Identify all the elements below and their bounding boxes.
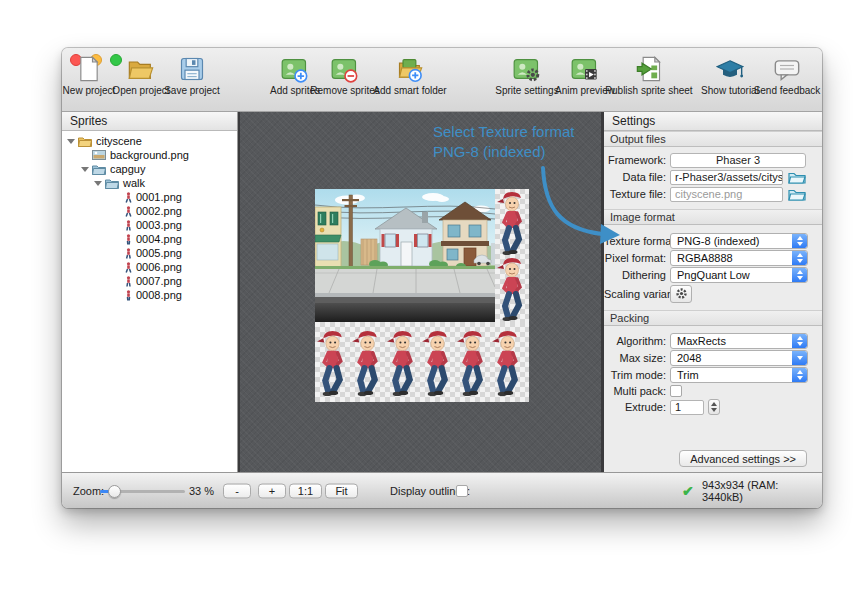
texture-file-browse-button[interactable] (787, 187, 807, 202)
background-sprite (315, 189, 495, 303)
tree-item-label: walk (123, 177, 145, 189)
preview-canvas[interactable]: Select Texture format PNG-8 (indexed) (238, 112, 604, 478)
section-image-format: Image format (604, 209, 822, 225)
tree-item-cityscene[interactable]: cityscene (62, 134, 237, 148)
capguy-sprite (420, 322, 455, 402)
save-project-icon (178, 55, 206, 83)
zoom-fit-button[interactable]: Fit (325, 483, 358, 498)
extrude-field[interactable]: 1 (670, 400, 704, 415)
zoom-slider-knob[interactable] (108, 485, 121, 498)
multi-pack-checkbox[interactable] (670, 385, 682, 397)
tree-item-frame[interactable]: 0005.png (62, 246, 237, 260)
data-file-browse-button[interactable] (787, 170, 807, 185)
pixel-format-dropdown[interactable]: RGBA8888 (670, 250, 808, 266)
sprite-sheet-preview (315, 189, 529, 402)
tree-item-capguy[interactable]: capguy (62, 162, 237, 176)
algorithm-value: MaxRects (677, 335, 726, 347)
data-file-field[interactable]: r-Phaser3/assets/cityscene.json (670, 170, 783, 185)
status-ok-icon: ✔ (682, 483, 694, 499)
tree-item-label: 0008.png (136, 289, 182, 301)
extrude-stepper[interactable] (708, 399, 720, 415)
folder-icon (78, 136, 92, 147)
add-smart-folder-button[interactable]: Add smart folder (365, 55, 455, 96)
save-project-button[interactable]: Save project (147, 55, 237, 96)
page-background: New project Open project Save (0, 0, 860, 592)
trim-mode-label: Trim mode: (604, 369, 670, 381)
status-bar: Zoom: 33 % - + 1:1 Fit Display outlines:… (62, 472, 822, 508)
status-size-text: 943x934 (RAM: 3440kB) (702, 479, 822, 503)
tree-item-label: 0006.png (136, 261, 182, 273)
tree-item-frame[interactable]: 0003.png (62, 218, 237, 232)
tree-item-label: 0001.png (136, 191, 182, 203)
algorithm-label: Algorithm: (604, 335, 670, 347)
tree-item-label: 0007.png (136, 275, 182, 287)
send-feedback-button[interactable]: Send feedback (742, 55, 832, 96)
dropdown-arrows-icon (792, 334, 807, 348)
algorithm-dropdown[interactable]: MaxRects (670, 333, 808, 349)
tree-item-frame[interactable]: 0001.png (62, 190, 237, 204)
sprite-file-icon (125, 262, 132, 273)
capguy-sprite (350, 322, 385, 402)
zoom-in-button[interactable]: + (258, 483, 286, 498)
tree-item-frame[interactable]: 0002.png (62, 204, 237, 218)
max-size-value: 2048 (677, 352, 701, 364)
tree-item-frame[interactable]: 0006.png (62, 260, 237, 274)
annotation-line1: Select Texture format (433, 122, 574, 142)
sprites-panel-header: Sprites (62, 112, 237, 131)
disclosure-triangle-icon[interactable] (94, 181, 102, 186)
sprite-column (495, 189, 529, 322)
tree-item-label: 0005.png (136, 247, 182, 259)
max-size-combobox[interactable]: 2048 (670, 350, 808, 366)
sprite-file-icon (125, 290, 132, 301)
scaling-variants-label: Scaling variants: (604, 288, 670, 300)
dithering-dropdown[interactable]: PngQuant Low (670, 267, 808, 283)
dropdown-arrows-icon (792, 234, 807, 248)
framework-field[interactable]: Phaser 3 (670, 153, 806, 168)
trim-mode-value: Trim (677, 369, 699, 381)
tree-item-frame[interactable]: 0007.png (62, 274, 237, 288)
remove-sprites-icon (331, 55, 359, 83)
annotation-text: Select Texture format PNG-8 (indexed) (433, 122, 574, 162)
annotation-line2: PNG-8 (indexed) (433, 142, 574, 162)
scaling-variants-button[interactable] (670, 285, 692, 303)
tree-item-label: 0002.png (136, 205, 182, 217)
tree-item-label: 0004.png (136, 233, 182, 245)
toolbar-item-label: Send feedback (742, 85, 832, 96)
capguy-sprite (315, 322, 350, 402)
toolbar-item-label: Publish sprite sheet (604, 85, 694, 96)
zoom-value: 33 % (189, 485, 214, 497)
dropdown-arrows-icon (792, 368, 807, 382)
toolbar-item-label: Save project (147, 85, 237, 96)
anim-preview-icon (571, 55, 599, 83)
sprite-file-icon (125, 276, 132, 287)
framework-label: Framework: (604, 154, 670, 166)
settings-panel-header: Settings (604, 112, 822, 131)
zoom-1to1-button[interactable]: 1:1 (289, 483, 322, 498)
sprite-file-icon (125, 248, 132, 259)
advanced-settings-button[interactable]: Advanced settings >> (679, 450, 807, 467)
send-feedback-icon (773, 55, 801, 83)
road-strip (315, 303, 495, 322)
tree-item-background[interactable]: background.png (62, 148, 237, 162)
tree-item-walk[interactable]: walk (62, 176, 237, 190)
folder-icon (92, 164, 106, 175)
texture-file-field[interactable]: cityscene.png (670, 187, 783, 202)
trim-mode-dropdown[interactable]: Trim (670, 367, 808, 383)
capguy-sprite (490, 322, 525, 402)
zoom-out-button[interactable]: - (223, 483, 251, 498)
sprite-settings-icon (513, 55, 541, 83)
disclosure-triangle-icon[interactable] (81, 167, 89, 172)
capguy-sprite (495, 189, 529, 255)
sprite-file-icon (125, 192, 132, 203)
disclosure-triangle-icon[interactable] (67, 139, 75, 144)
sprite-file-icon (125, 220, 132, 231)
display-outlines-checkbox[interactable] (456, 485, 468, 497)
zoom-slider[interactable] (100, 490, 185, 493)
publish-sprite-sheet-button[interactable]: Publish sprite sheet (604, 55, 694, 96)
sprites-tree: cityscene background.png (62, 131, 237, 302)
tree-item-frame[interactable]: 0008.png (62, 288, 237, 302)
folder-browse-icon (788, 188, 806, 201)
texture-format-dropdown[interactable]: PNG-8 (indexed) (670, 233, 808, 249)
show-tutorial-icon (716, 55, 744, 83)
tree-item-frame[interactable]: 0004.png (62, 232, 237, 246)
